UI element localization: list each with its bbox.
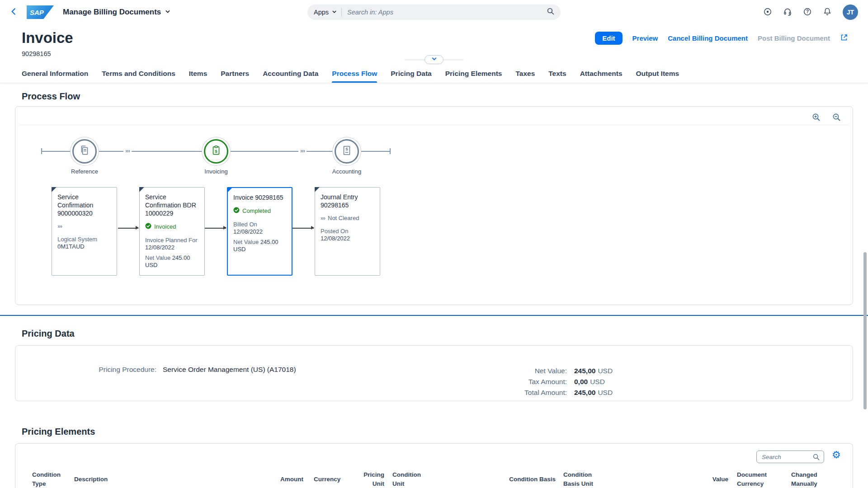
app-title-menu[interactable]: Manage Billing Documents	[63, 8, 170, 17]
search-scope-select[interactable]: Apps	[314, 9, 337, 16]
pricing-data-section-title: Pricing Data	[22, 328, 846, 339]
attr-label: Invoice Planned For	[145, 237, 198, 244]
table-search-input[interactable]	[761, 453, 810, 461]
sap-logo[interactable]: SAP	[27, 5, 54, 19]
vertical-scrollbar[interactable]	[863, 252, 867, 409]
cancel-billing-document-button[interactable]: Cancel Billing Document	[668, 34, 748, 42]
notifications-button[interactable]	[823, 7, 832, 18]
column-header-value[interactable]: Value	[674, 475, 728, 484]
column-header-description[interactable]: Description	[74, 475, 165, 484]
edit-button[interactable]: Edit	[595, 32, 622, 45]
net-value-amount: 245,00	[574, 366, 595, 376]
tab-output-items[interactable]: Output Items	[636, 64, 679, 83]
lane-label-accounting: Accounting	[315, 168, 378, 175]
card-fold-icon	[315, 187, 320, 192]
svg-text:$: $	[345, 147, 348, 151]
search-scope-label: Apps	[314, 9, 329, 16]
shell-search-input[interactable]	[346, 8, 542, 16]
tab-texts[interactable]: Texts	[548, 64, 566, 83]
avatar[interactable]: JT	[843, 5, 858, 20]
lane-label-invoicing: Invoicing	[184, 168, 248, 175]
chevrons-icon: ›››	[123, 147, 132, 154]
flow-card-invoice[interactable]: Invoice 90298165 Completed Billed On 12/…	[227, 187, 292, 276]
table-settings-button[interactable]: ⚙	[829, 450, 844, 460]
column-header-condition-basis[interactable]: Condition Basis	[497, 475, 556, 484]
process-flow-section-title: Process Flow	[22, 91, 846, 102]
zoom-out-icon	[832, 113, 841, 123]
card-fold-icon	[52, 187, 57, 192]
share-button[interactable]	[840, 33, 848, 43]
chevron-down-icon	[165, 8, 170, 17]
table-search-field[interactable]	[756, 450, 824, 463]
flow-card-service-confirmation-2[interactable]: Service Confirmation BDR 10000229 Invoic…	[139, 187, 205, 276]
column-header-amount[interactable]: Amount	[249, 475, 303, 484]
tab-taxes[interactable]: Taxes	[515, 64, 535, 83]
search-icon[interactable]	[813, 454, 820, 460]
preview-button[interactable]: Preview	[632, 34, 658, 42]
flow-connector-arrow	[118, 228, 138, 229]
flow-card-journal-entry[interactable]: Journal Entry 90298165 ››› Not Cleared P…	[315, 187, 380, 276]
card-title: Invoice 90298165	[233, 193, 286, 202]
zoom-in-button[interactable]	[812, 113, 821, 123]
attr-label: Billed On	[233, 221, 257, 228]
support-button[interactable]	[783, 7, 792, 18]
attr-value: 12/08/2022	[145, 244, 175, 251]
column-header-document-currency[interactable]: DocumentCurrency	[737, 470, 787, 488]
card-attributes: Invoice Planned For 12/08/2022 Net Value…	[145, 237, 199, 269]
svg-text:?: ?	[806, 9, 809, 14]
net-value-label: Net Value:	[422, 366, 567, 376]
back-button[interactable]	[10, 8, 18, 17]
zoom-out-button[interactable]	[832, 113, 841, 123]
column-header-condition-unit[interactable]: ConditionUnit	[392, 470, 442, 488]
total-amount-amount: 245,00	[574, 387, 595, 398]
post-billing-document-button[interactable]: Post Billing Document	[758, 34, 830, 42]
attr-label: Posted On	[321, 228, 348, 235]
tab-items[interactable]: Items	[189, 64, 208, 83]
tab-accounting-data[interactable]: Accounting Data	[263, 64, 318, 83]
app-title: Manage Billing Documents	[63, 8, 161, 17]
collapse-header-button[interactable]	[425, 55, 443, 64]
chevrons-icon: ›››	[57, 223, 62, 230]
tab-partners[interactable]: Partners	[221, 64, 249, 83]
flow-card-service-confirmation-1[interactable]: Service Confirmation 9000000320 ››› Logi…	[52, 187, 117, 276]
tab-bar: General Information Terms and Conditions…	[0, 64, 868, 83]
copy-document-icon	[79, 145, 90, 158]
tab-attachments[interactable]: Attachments	[580, 64, 623, 83]
tax-amount-currency: USD	[590, 376, 605, 387]
header-expander-row	[0, 55, 868, 64]
tab-terms-and-conditions[interactable]: Terms and Conditions	[102, 64, 175, 83]
timeline-end-bar	[390, 148, 391, 154]
column-header-condition-basis-unit[interactable]: ConditionBasis Unit	[563, 470, 618, 488]
column-header-pricing-unit[interactable]: PricingUnit	[330, 470, 384, 488]
card-attributes: Billed On 12/08/2022 Net Value 245.00 US…	[233, 221, 286, 253]
pricing-data-card: Pricing Procedure: Service Order Managem…	[15, 345, 853, 401]
column-header-changed-manually[interactable]: ChangedManually	[791, 470, 841, 488]
attr-value: 0M1TAUD	[57, 243, 85, 250]
pricing-elements-card: ⚙ ConditionType Description Amount Curre…	[15, 443, 853, 488]
sap-logo-text: SAP	[30, 9, 44, 16]
net-value-currency: USD	[598, 366, 613, 376]
help-button[interactable]: ?	[803, 7, 812, 18]
shell-bar: SAP Manage Billing Documents Apps ? JT	[0, 0, 868, 24]
tab-process-flow[interactable]: Process Flow	[332, 64, 377, 83]
attr-label: Net Value	[233, 239, 259, 245]
zoom-controls	[812, 113, 841, 123]
status-positive-icon	[145, 223, 151, 230]
shell-search[interactable]: Apps	[307, 5, 561, 20]
shell-left: SAP Manage Billing Documents	[10, 5, 170, 19]
copilot-button[interactable]	[763, 7, 772, 18]
status-text: Completed	[242, 207, 271, 214]
shell-actions: ? JT	[763, 5, 858, 20]
tab-general-information[interactable]: General Information	[22, 64, 88, 83]
card-status: Invoiced	[145, 223, 199, 230]
help-icon: ?	[803, 7, 812, 18]
status-text: Invoiced	[154, 223, 176, 230]
tab-pricing-data[interactable]: Pricing Data	[391, 64, 431, 83]
tab-pricing-elements[interactable]: Pricing Elements	[445, 64, 502, 83]
expander-line	[443, 60, 463, 60]
lane-node-reference	[72, 139, 97, 164]
headset-icon	[783, 7, 792, 18]
share-icon	[840, 33, 848, 43]
search-icon[interactable]	[547, 8, 554, 17]
svg-text:$: $	[215, 149, 217, 154]
